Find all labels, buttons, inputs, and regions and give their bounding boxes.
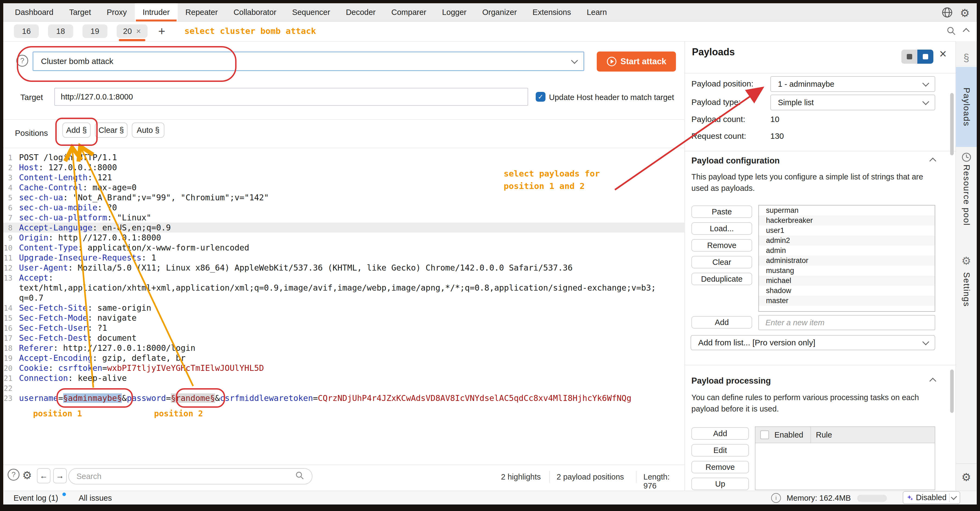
add-from-list-select[interactable]: Add from list... [Pro version only] — [690, 335, 935, 350]
intruder-tab-row: 16 18 19 20 × + — [3, 22, 977, 41]
collapse-section-icon[interactable] — [929, 378, 936, 384]
line-number: 10 — [3, 243, 16, 253]
side-tab-payloads[interactable]: Payloads — [956, 67, 977, 147]
chevron-down-icon — [571, 57, 578, 64]
request-line: 23username=§adminmaybe§&password=§random… — [3, 393, 684, 403]
processing-edit-button[interactable]: Edit — [691, 444, 749, 457]
info-icon[interactable]: i — [771, 493, 781, 503]
payload-list-item[interactable]: administrator — [759, 256, 935, 266]
all-issues-link[interactable]: All issues — [79, 494, 112, 503]
help-icon[interactable]: ? — [16, 55, 28, 67]
payload-list-item[interactable]: admin2 — [759, 236, 935, 246]
prev-match-button[interactable]: ← — [37, 468, 51, 483]
attack-tab[interactable]: 18 — [48, 24, 73, 38]
payload-list-item[interactable]: superman — [759, 205, 935, 216]
processing-add-button[interactable]: Add — [691, 427, 749, 440]
side-tab-settings[interactable]: Settings — [956, 272, 977, 307]
menu-item[interactable]: Dashboard — [7, 3, 61, 21]
payload-position-select[interactable]: 1 - adminmaybe — [770, 76, 935, 92]
new-payload-input[interactable]: Enter a new item — [758, 315, 935, 330]
menu-item[interactable]: Target — [61, 3, 99, 21]
dock-toggle[interactable] — [901, 49, 933, 64]
editor-settings-gear-icon[interactable]: ⚙ — [22, 470, 32, 481]
processing-up-button[interactable]: Up — [691, 478, 749, 490]
line-number: 17 — [3, 333, 16, 343]
payload-processing-title: Payload processing — [691, 376, 771, 386]
payload-list[interactable]: supermanhackerbreakeruser1admin2adminadm… — [758, 205, 935, 312]
attack-tab[interactable]: 19 — [83, 24, 107, 38]
payload-position-value: 1 - adminmaybe — [778, 80, 834, 89]
settings-gear-icon[interactable]: ⚙ — [960, 8, 970, 18]
close-tab-icon[interactable]: × — [136, 27, 141, 36]
menu-item[interactable]: Decoder — [338, 3, 383, 21]
payload-positions-count: 2 payload positions — [557, 473, 624, 481]
globe-icon[interactable] — [942, 7, 953, 19]
attack-type-select[interactable]: Cluster bomb attack — [33, 51, 584, 71]
load-button[interactable]: Load... — [691, 222, 752, 235]
payload-list-item[interactable]: admin — [759, 246, 935, 256]
dock-right-icon[interactable] — [917, 49, 933, 64]
editor-search-input[interactable]: Search — [68, 468, 312, 484]
chevron-down-icon — [951, 494, 957, 500]
request-line: text/html,application/xhtml+xml,applicat… — [3, 283, 684, 293]
target-url-input[interactable]: http://127.0.0.1:8000 — [54, 88, 528, 106]
clear-section-button[interactable]: Clear § — [95, 122, 127, 138]
auto-section-button[interactable]: Auto § — [132, 122, 164, 138]
request-line-text: text/html,application/xhtml+xml,applicat… — [19, 283, 656, 292]
attack-tab-active[interactable]: 20 × — [117, 24, 148, 38]
line-number: 18 — [3, 343, 16, 353]
chevron-down-icon — [922, 98, 929, 105]
request-line: 6sec-ch-ua-mobile: ?0 — [3, 203, 684, 213]
help-icon[interactable]: ? — [8, 469, 19, 481]
collapse-chevron-icon[interactable] — [963, 28, 969, 35]
payload-list-item[interactable]: user1 — [759, 225, 935, 236]
paste-button[interactable]: Paste — [691, 205, 752, 218]
bottom-gear-icon[interactable]: ⚙ — [956, 472, 977, 482]
payload-list-item[interactable]: hackerbreaker — [759, 216, 935, 225]
menu-item[interactable]: Extensions — [525, 3, 579, 21]
menu-item[interactable]: Learn — [579, 3, 615, 21]
menu-item[interactable]: Comparer — [383, 3, 434, 21]
burp-ai-button[interactable]: Disabled — [903, 491, 960, 504]
attack-tab[interactable]: 16 — [14, 24, 39, 38]
close-panel-icon[interactable]: × — [939, 48, 947, 60]
enabled-checkbox[interactable] — [760, 430, 769, 439]
payload-list-item[interactable]: michael — [759, 276, 935, 286]
update-host-checkbox[interactable]: ✓ — [536, 92, 546, 102]
menu-item[interactable]: Collaborator — [226, 3, 284, 21]
chevron-down-icon — [922, 338, 929, 345]
add-section-button[interactable]: Add § — [62, 122, 91, 138]
line-number: 15 — [3, 313, 16, 323]
menu-item[interactable]: Sequencer — [284, 3, 338, 21]
request-line-text: username=§adminmaybe§&password=§randome§… — [19, 394, 632, 403]
payload-list-item[interactable]: master — [759, 296, 935, 306]
event-log-link[interactable]: Event log (1) — [14, 494, 58, 503]
collapse-section-icon[interactable] — [929, 157, 936, 164]
payload-list-item[interactable]: shadow — [759, 286, 935, 296]
annotation-position1-label: position 1 — [33, 409, 82, 418]
new-tab-button[interactable]: + — [158, 24, 165, 38]
rule-column-header: Rule — [816, 430, 832, 440]
start-attack-button[interactable]: Start attack — [597, 51, 676, 71]
next-match-button[interactable]: → — [53, 468, 67, 483]
side-tab-resource-pool[interactable]: Resource pool — [956, 165, 977, 226]
menu-item[interactable]: Repeater — [178, 3, 226, 21]
status-bar: Event log (1) All issues i Memory: 162.4… — [3, 491, 977, 505]
remove-button[interactable]: Remove — [691, 239, 752, 252]
search-icon[interactable] — [947, 26, 956, 37]
clear-button[interactable]: Clear — [691, 256, 752, 268]
panel-scrollbar[interactable] — [950, 370, 954, 413]
menu-item[interactable]: Proxy — [99, 3, 135, 21]
panel-scrollbar[interactable] — [950, 93, 954, 156]
dock-left-icon[interactable] — [901, 49, 917, 64]
processing-remove-button[interactable]: Remove — [691, 461, 749, 473]
payload-list-item[interactable]: mustang — [759, 266, 935, 276]
menu-item[interactable]: Logger — [434, 3, 474, 21]
payload-type-select[interactable]: Simple list — [770, 95, 935, 110]
menu-item[interactable]: Organizer — [474, 3, 525, 21]
deduplicate-button[interactable]: Deduplicate — [691, 273, 752, 285]
request-line-text: Sec-Fetch-User: ?1 — [19, 323, 107, 333]
target-label: Target — [20, 93, 43, 102]
add-payload-button[interactable]: Add — [691, 316, 752, 328]
menu-item[interactable]: Intruder — [135, 3, 178, 21]
